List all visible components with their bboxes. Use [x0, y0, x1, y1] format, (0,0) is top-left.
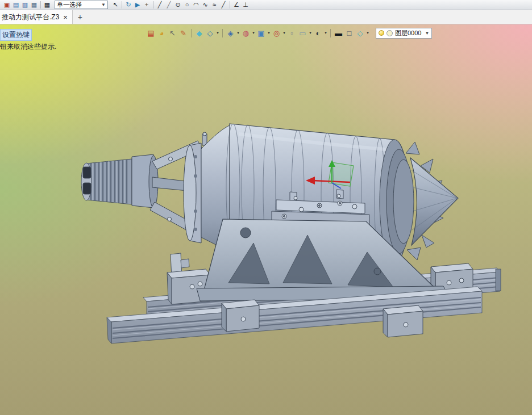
pan-move-icon[interactable]: + — [142, 1, 151, 9]
table-grid-icon[interactable]: ▦ — [43, 1, 52, 9]
layer-dropdown-arrow-icon[interactable]: ▼ — [425, 31, 429, 36]
play-circle-icon[interactable]: ▶ — [133, 1, 142, 9]
separator — [222, 29, 223, 37]
shaded-display-dropdown-arrow[interactable]: ▾ — [323, 31, 328, 35]
color-wheel-dropdown-arrow[interactable]: ▾ — [251, 31, 256, 35]
separator — [230, 1, 230, 9]
selection-mode-label: 单一选择 — [57, 1, 82, 9]
draw-icon-group: ↖↻▶+╱╱⊙○◠∿≈╱∠⊥ — [111, 1, 250, 9]
layer-color-swatch — [386, 30, 393, 36]
ruler-icon[interactable]: ▭ — [297, 28, 308, 39]
tab-title: 推动力测试平台.Z3 — [2, 12, 59, 22]
engine-cone — [380, 140, 458, 263]
color-wheel-icon[interactable]: ◍ — [240, 28, 251, 39]
circle-center-icon[interactable]: ⊙ — [173, 1, 182, 9]
save-icon[interactable]: ▦ — [30, 1, 39, 9]
black-bar-icon[interactable]: ▬ — [333, 28, 344, 39]
select-cursor-icon[interactable]: ↖ — [111, 1, 120, 9]
white-square-icon[interactable]: □ — [344, 28, 355, 39]
pick-arrow-icon[interactable]: ↖ — [167, 28, 178, 39]
transparency-dropdown-arrow[interactable]: ▾ — [365, 31, 370, 35]
wire-cube-icon[interactable]: ◇ — [205, 28, 215, 39]
angle-icon[interactable]: ∠ — [232, 1, 241, 9]
separator — [191, 29, 192, 37]
datum-axis-dropdown-arrow[interactable]: ▾ — [282, 31, 286, 35]
view-toolbar: ▤◕↖✎◆◇▾◈▾◍▾▣▾◎▾▫▭▾◐▾▬□◇▾ 图层0000 ▼ — [146, 26, 432, 40]
spline-icon[interactable]: ∿ — [201, 1, 210, 9]
document-tab-bar: 推动力测试平台.Z3 × + — [0, 10, 532, 24]
blank-icon[interactable]: ▫ — [286, 28, 297, 39]
viewport-3d[interactable]: 设置热键 钮来取消这些提示. ▤◕↖✎◆◇▾◈▾◍▾▣▾◎▾▫▭▾◐▾▬□◇▾ … — [0, 24, 532, 415]
tab-thrust-test-platform[interactable]: 推动力测试平台.Z3 × — [0, 10, 73, 24]
main-toolbar: ▣▤▥▦▦ 单一选择 ▼ ↖↻▶+╱╱⊙○◠∿≈╱∠⊥ — [0, 0, 532, 10]
hint-hotkey-text: 设置热键 — [0, 29, 32, 41]
model-canvas[interactable] — [0, 24, 532, 415]
carriage-front-right — [383, 305, 423, 337]
file-icon-group: ▣▤▥▦▦ — [2, 1, 52, 9]
transparency-icon[interactable]: ◇ — [355, 28, 365, 39]
layer-selector[interactable]: 图层0000 ▼ — [376, 28, 432, 39]
new-doc-icon[interactable]: ▤ — [11, 1, 20, 9]
solid-cube-icon[interactable]: ◆ — [194, 28, 205, 39]
chevron-down-icon: ▼ — [101, 2, 106, 7]
view-cube-icon[interactable]: ◈ — [225, 28, 236, 39]
support-truss — [197, 219, 450, 301]
frame-view-dropdown-arrow[interactable]: ▾ — [267, 31, 271, 35]
frame-view-icon[interactable]: ▣ — [256, 28, 267, 39]
selection-mode-dropdown[interactable]: 单一选择 ▼ — [55, 1, 108, 9]
curve-icon[interactable]: ≈ — [210, 1, 219, 9]
polyline-icon[interactable]: ╱ — [164, 1, 173, 9]
ribbed-shaft — [81, 159, 132, 204]
sketch-pen-icon[interactable]: ✎ — [178, 28, 189, 39]
ruler-dropdown-arrow[interactable]: ▾ — [308, 31, 313, 35]
carriage-front-left — [222, 300, 259, 332]
separator — [40, 1, 41, 9]
light-bulb-icon[interactable] — [379, 30, 384, 36]
arc-icon[interactable]: ◠ — [192, 1, 201, 9]
tab-close-icon[interactable]: × — [63, 14, 68, 21]
view-icon-group: ▤◕↖✎◆◇▾◈▾◍▾▣▾◎▾▫▭▾◐▾▬□◇▾ — [146, 28, 370, 39]
new-tab-button[interactable]: + — [73, 10, 88, 24]
layer-book-icon[interactable]: ▤ — [146, 28, 156, 39]
datum-axis-icon[interactable]: ◎ — [271, 28, 282, 39]
separator — [153, 1, 153, 9]
hint-text-block: 设置热键 钮来取消这些提示. — [0, 29, 56, 52]
wire-cube-dropdown-arrow[interactable]: ▾ — [215, 31, 220, 35]
cad-application-window: ▣▤▥▦▦ 单一选择 ▼ ↖↻▶+╱╱⊙○◠∿≈╱∠⊥ 推动力测试平台.Z3 ×… — [0, 0, 532, 415]
separator — [330, 29, 331, 37]
redo-circle-icon[interactable]: ↻ — [124, 1, 133, 9]
separator — [122, 1, 122, 9]
app-icon[interactable]: ▣ — [2, 1, 11, 9]
line-icon[interactable]: ╱ — [155, 1, 164, 9]
open-icon[interactable]: ▥ — [20, 1, 30, 9]
view-cube-dropdown-arrow[interactable]: ▾ — [236, 31, 240, 35]
layer-name-label: 图层0000 — [395, 29, 421, 37]
circle-icon[interactable]: ○ — [182, 1, 192, 9]
slash-icon[interactable]: ╱ — [219, 1, 228, 9]
shaded-display-icon[interactable]: ◐ — [313, 28, 323, 39]
measure-icon[interactable]: ⊥ — [241, 1, 250, 9]
hint-dismiss-text: 钮来取消这些提示. — [0, 42, 56, 52]
material-sphere-icon[interactable]: ◕ — [156, 28, 167, 39]
